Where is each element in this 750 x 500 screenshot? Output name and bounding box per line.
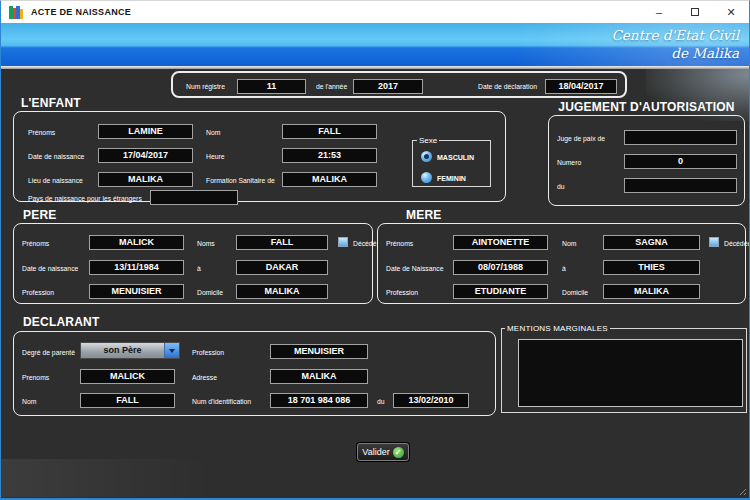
date-declaration-field[interactable]: 18/04/2017 — [545, 79, 617, 94]
enfant-lieu-field[interactable]: MALIKA — [98, 172, 193, 187]
degre-parente-value: son Père — [81, 343, 164, 358]
declarant-prenoms-label: Prenoms — [22, 373, 49, 382]
enfant-pays-label: Pays de naissance pour les étrangers — [28, 194, 142, 203]
mere-a-label: à — [562, 264, 566, 273]
mere-date-label: Date de Naissance — [386, 264, 443, 273]
mere-nom-field[interactable]: SAGNA — [603, 235, 700, 250]
enfant-pays-field[interactable] — [150, 190, 238, 205]
pere-lieu-field[interactable]: DAKAR — [236, 260, 328, 275]
declarant-group: Degré de parenté son Père Profession MEN… — [13, 331, 496, 416]
jugement-title: JUGEMENT D'AUTORISATION — [548, 100, 745, 114]
num-identification-field[interactable]: 18 701 984 086 — [270, 393, 368, 408]
declarant-du-field[interactable]: 13/02/2010 — [393, 393, 469, 408]
enfant-lieu-label: Lieu de naissance — [28, 176, 83, 185]
chevron-down-icon — [169, 349, 175, 353]
maximize-button[interactable] — [677, 1, 713, 23]
window-title: ACTE DE NAISSANCE — [31, 7, 131, 17]
pere-domicile-label: Domicile — [197, 288, 223, 297]
degre-parente-label: Degré de parenté — [22, 348, 75, 357]
valider-label: Valider — [362, 447, 389, 457]
declarant-nom-field[interactable]: FALL — [80, 393, 175, 408]
enfant-prenoms-field[interactable]: LAMINE — [98, 124, 193, 139]
pere-date-label: Date de naissance — [22, 264, 78, 273]
pere-prenoms-label: Prénoms — [22, 239, 49, 248]
enfant-nom-field[interactable]: FALL — [282, 124, 377, 139]
pere-group: Prénoms MALICK Noms FALL Décédé Date de … — [13, 223, 373, 304]
mere-title: MERE — [406, 208, 441, 222]
mere-domicile-field[interactable]: MALIKA — [603, 284, 700, 299]
app-window: ACTE DE NAISSANCE – ✕ Centre d'Etat Civi… — [0, 0, 750, 500]
enfant-heure-field[interactable]: 21:53 — [282, 148, 377, 163]
sexe-group: Sexe MASCULIN FEMININ — [412, 140, 491, 187]
mere-profession-field[interactable]: ETUDIANTE — [453, 284, 548, 299]
pere-a-label: à — [197, 264, 201, 273]
valider-button[interactable]: Valider ✓ — [357, 443, 409, 461]
enfant-heure-label: Heure — [206, 152, 225, 161]
declarant-du-label: du — [377, 397, 385, 406]
minimize-button[interactable]: – — [641, 1, 677, 23]
date-declaration-label: Date de déclaration — [478, 82, 537, 91]
mere-date-field[interactable]: 08/07/1988 — [453, 260, 548, 275]
declarant-adresse-field[interactable]: MALIKA — [270, 369, 368, 384]
enfant-formation-field[interactable]: MALIKA — [282, 172, 377, 187]
numero-label: Numero — [557, 158, 581, 167]
enfant-group: Prénoms LAMINE Nom FALL Date de naissanc… — [13, 111, 506, 202]
pere-profession-field[interactable]: MENUISIER — [89, 284, 184, 299]
enfant-date-field[interactable]: 17/04/2017 — [98, 148, 193, 163]
enfant-nom-label: Nom — [206, 128, 220, 137]
feminin-label: FEMININ — [437, 174, 466, 183]
registry-group: Num régistre 11 de l'année 2017 Date de … — [171, 71, 627, 98]
mere-decedee-label: Décédée — [724, 239, 750, 248]
mere-domicile-label: Domicile — [562, 288, 588, 297]
juge-field[interactable] — [624, 130, 737, 145]
declarant-adresse-label: Adresse — [192, 373, 217, 382]
titlebar: ACTE DE NAISSANCE – ✕ — [1, 1, 749, 23]
maximize-icon — [691, 8, 699, 16]
pere-noms-field[interactable]: FALL — [236, 235, 328, 250]
degre-parente-select[interactable]: son Père — [80, 342, 180, 359]
annee-label: de l'année — [316, 82, 347, 91]
feminin-radio[interactable] — [421, 172, 432, 183]
mentions-textarea[interactable] — [518, 339, 743, 407]
enfant-prenoms-label: Prénoms — [28, 128, 55, 137]
dropdown-button[interactable] — [164, 343, 179, 358]
mere-group: Prénoms AINTONETTE Nom SAGNA Décédée Dat… — [377, 223, 746, 304]
center-name-line1: Centre d'Etat Civil — [612, 26, 739, 44]
declarant-profession-label: Profession — [192, 348, 224, 357]
mere-decedee-checkbox[interactable] — [709, 237, 719, 247]
num-registre-label: Num régistre — [186, 82, 225, 91]
declarant-prenoms-field[interactable]: MALICK — [80, 369, 175, 384]
center-name-line2: de Malika — [612, 44, 739, 62]
mere-profession-label: Profession — [386, 288, 418, 297]
pere-prenoms-field[interactable]: MALICK — [89, 235, 184, 250]
pere-profession-label: Profession — [22, 288, 54, 297]
mere-prenoms-field[interactable]: AINTONETTE — [453, 235, 548, 250]
center-name: Centre d'Etat Civil de Malika — [612, 26, 739, 62]
jugement-du-label: du — [557, 182, 565, 191]
juge-label: Juge de paix de — [557, 134, 605, 143]
numero-field[interactable]: 0 — [624, 154, 737, 169]
masculin-radio[interactable] — [421, 151, 432, 162]
pere-date-field[interactable]: 13/11/1984 — [89, 260, 184, 275]
enfant-title: L'ENFANT — [21, 96, 81, 110]
mere-nom-label: Nom — [562, 239, 576, 248]
jugement-group: Juge de paix de Numero 0 du — [548, 115, 745, 206]
declarant-profession-field[interactable]: MENUISIER — [270, 344, 368, 359]
masculin-label: MASCULIN — [437, 153, 474, 162]
enfant-date-label: Date de naissance — [28, 152, 84, 161]
mere-prenoms-label: Prénoms — [386, 239, 413, 248]
mere-lieu-field[interactable]: THIES — [603, 260, 700, 275]
header-banner: Centre d'Etat Civil de Malika — [1, 23, 749, 66]
num-registre-field[interactable]: 11 — [237, 79, 306, 94]
pere-domicile-field[interactable]: MALIKA — [236, 284, 328, 299]
pere-decede-checkbox[interactable] — [338, 237, 348, 247]
annee-field[interactable]: 2017 — [353, 79, 423, 94]
check-icon: ✓ — [393, 447, 404, 458]
mentions-group: MENTIONS MARGINALES — [501, 328, 747, 413]
jugement-du-field[interactable] — [624, 178, 737, 193]
sexe-legend: Sexe — [417, 136, 439, 145]
num-identification-label: Num d'identification — [192, 397, 251, 406]
pere-decede-label: Décédé — [353, 239, 376, 248]
close-button[interactable]: ✕ — [713, 1, 749, 23]
pere-title: PERE — [23, 208, 56, 222]
